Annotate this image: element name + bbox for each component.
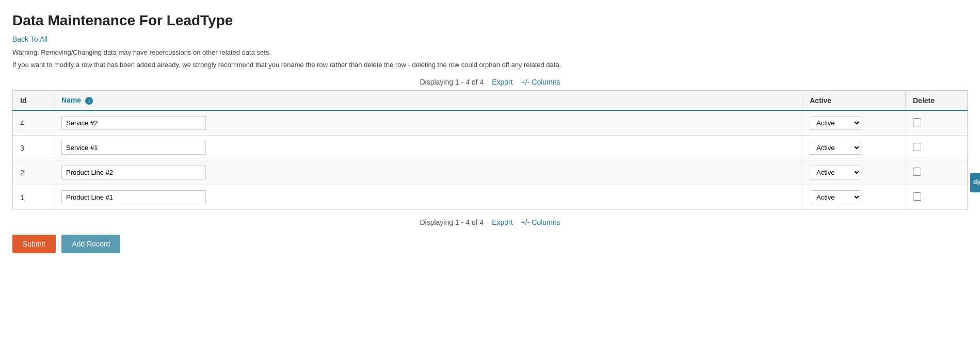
add-record-button[interactable]: Add Record <box>61 235 120 253</box>
cell-active: ActiveInactive <box>802 110 906 136</box>
display-count-top: Displaying 1 - 4 of 4 <box>420 78 484 86</box>
cell-delete <box>906 110 968 136</box>
cell-delete <box>906 160 968 185</box>
page-title: Data Maintenance For LeadType <box>12 12 968 29</box>
display-bar-top: Displaying 1 - 4 of 4 Export +/- Columns <box>12 78 968 86</box>
cell-active: ActiveInactive <box>802 136 906 160</box>
table-row: 1ActiveInactive <box>13 185 968 210</box>
cell-name <box>54 136 802 160</box>
name-input[interactable] <box>61 190 206 204</box>
submit-button[interactable]: Submit <box>12 235 56 253</box>
cell-name <box>54 160 802 185</box>
delete-checkbox[interactable] <box>913 192 921 201</box>
page-wrapper: Data Maintenance For LeadType Back To Al… <box>0 0 980 266</box>
table-row: 3ActiveInactive <box>13 136 968 160</box>
warning-line1: Warning: Removing/Changing data may have… <box>12 47 968 58</box>
active-select[interactable]: ActiveInactive <box>810 141 861 155</box>
name-input[interactable] <box>61 166 206 179</box>
export-link-bottom[interactable]: Export <box>492 218 512 226</box>
name-input[interactable] <box>61 116 206 130</box>
action-buttons: Submit Add Record <box>12 235 968 253</box>
cell-id: 3 <box>13 136 54 160</box>
columns-link-top[interactable]: +/- Columns <box>521 78 560 86</box>
active-select[interactable]: ActiveInactive <box>810 166 861 179</box>
table-row: 2ActiveInactive <box>13 160 968 185</box>
data-table: Id Name i Active Delete 4ActiveInactive3… <box>12 90 968 210</box>
columns-link-bottom[interactable]: +/- Columns <box>521 218 560 226</box>
delete-checkbox[interactable] <box>913 143 921 151</box>
help-tab[interactable]: Help <box>970 173 980 192</box>
cell-delete <box>906 136 968 160</box>
display-bar-bottom: Displaying 1 - 4 of 4 Export +/- Columns <box>12 218 968 226</box>
active-select[interactable]: ActiveInactive <box>810 116 861 130</box>
cell-active: ActiveInactive <box>802 185 906 210</box>
display-count-bottom: Displaying 1 - 4 of 4 <box>420 218 484 226</box>
active-select[interactable]: ActiveInactive <box>810 190 861 204</box>
cell-id: 2 <box>13 160 54 185</box>
name-input[interactable] <box>61 141 206 155</box>
col-header-id: Id <box>13 91 54 111</box>
cell-delete <box>906 185 968 210</box>
col-header-active: Active <box>802 91 906 111</box>
warning-line2: If you want to modify a row that has bee… <box>12 60 968 70</box>
name-info-icon[interactable]: i <box>85 97 93 105</box>
col-header-delete: Delete <box>906 91 968 111</box>
export-link-top[interactable]: Export <box>492 78 512 86</box>
cell-id: 4 <box>13 110 54 136</box>
table-header-row: Id Name i Active Delete <box>13 91 968 111</box>
cell-active: ActiveInactive <box>802 160 906 185</box>
cell-name <box>54 110 802 136</box>
table-row: 4ActiveInactive <box>13 110 968 136</box>
back-link[interactable]: Back To All <box>12 35 47 43</box>
delete-checkbox[interactable] <box>913 118 921 126</box>
col-header-name: Name i <box>54 91 802 111</box>
cell-id: 1 <box>13 185 54 210</box>
delete-checkbox[interactable] <box>913 168 921 176</box>
cell-name <box>54 185 802 210</box>
